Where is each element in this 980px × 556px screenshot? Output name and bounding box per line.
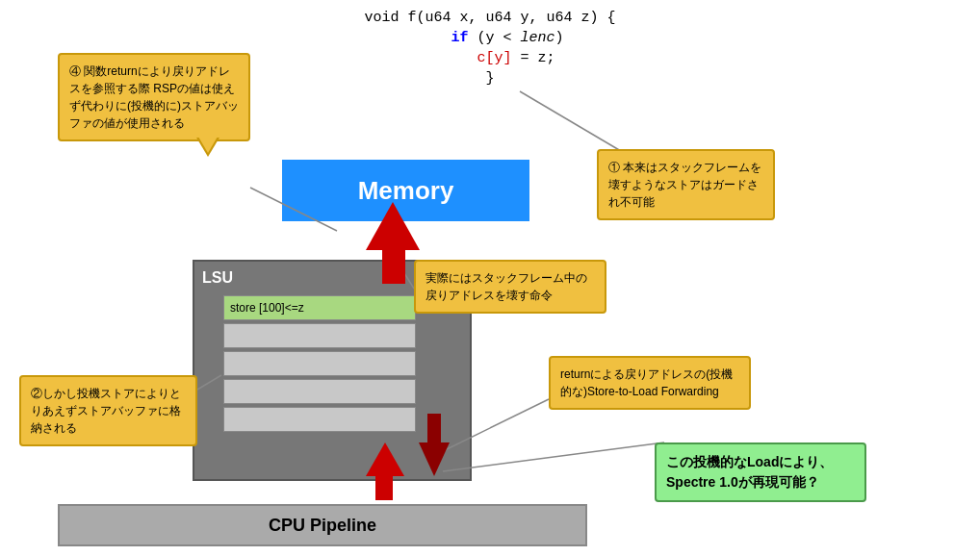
arrow-up-big-stem bbox=[382, 245, 405, 284]
callout-store-to-load: returnによる戻りアドレスの(投機的な)Store-to-Load Forw… bbox=[549, 356, 751, 410]
arrow-up-big bbox=[366, 202, 420, 250]
store-row-4 bbox=[223, 379, 416, 404]
store-row-label: store [100]<=z bbox=[230, 301, 304, 315]
code-line1: void f(u64 x, u64 y, u64 z) { bbox=[19, 10, 961, 26]
callout5-text: returnによる戻りアドレスの(投機的な)Store-to-Load Forw… bbox=[560, 367, 733, 398]
store-row-active: store [100]<=z bbox=[223, 295, 416, 320]
memory-label: Memory bbox=[358, 176, 454, 206]
lsu-label: LSU bbox=[202, 269, 233, 287]
callout-spectre: この投機的なLoadにより、Spectre 1.0が再現可能？ bbox=[655, 442, 866, 502]
arrow-down-dark bbox=[419, 442, 450, 476]
arrow-down-dark-stem bbox=[427, 414, 441, 444]
code-lenc: lenc bbox=[521, 30, 555, 46]
store-buffer: store [100]<=z bbox=[223, 295, 416, 435]
callout1-text: ④ 関数returnにより戻りアドレスを参照する際 RSPの値は使えず代わりに(… bbox=[69, 64, 239, 130]
code-line2: if (y < lenc) bbox=[19, 30, 961, 46]
cpu-pipeline-label: CPU Pipeline bbox=[269, 516, 376, 536]
callout2-text: ②しかし投機ストアによりとりあえずストアバッファに格納される bbox=[31, 387, 181, 435]
callout4-text: 実際にはスタックフレーム中の戻りアドレスを壊す命令 bbox=[426, 271, 587, 302]
code-cy: c[y] bbox=[477, 50, 511, 66]
svg-line-3 bbox=[443, 442, 664, 471]
callout3-text: ① 本来はスタックフレームを壊すようなストアはガードされ不可能 bbox=[608, 161, 761, 209]
callout-store-buffer: ②しかし投機ストアによりとりあえずストアバッファに格納される bbox=[19, 375, 197, 446]
arrow-up-small bbox=[366, 442, 404, 476]
cpu-pipeline: CPU Pipeline bbox=[58, 504, 587, 546]
store-row-3 bbox=[223, 351, 416, 376]
callout-stack-frame-destroy: 実際にはスタックフレーム中の戻りアドレスを壊す命令 bbox=[414, 260, 606, 314]
callout-return-address: ④ 関数returnにより戻りアドレスを参照する際 RSPの値は使えず代わりに(… bbox=[58, 53, 250, 141]
store-row-5 bbox=[223, 407, 416, 432]
code-if-keyword: if bbox=[451, 30, 468, 46]
callout-stack-guard: ① 本来はスタックフレームを壊すようなストアはガードされ不可能 bbox=[597, 149, 775, 220]
callout6-text: この投機的なLoadにより、Spectre 1.0が再現可能？ bbox=[666, 454, 833, 490]
store-row-2 bbox=[223, 323, 416, 348]
